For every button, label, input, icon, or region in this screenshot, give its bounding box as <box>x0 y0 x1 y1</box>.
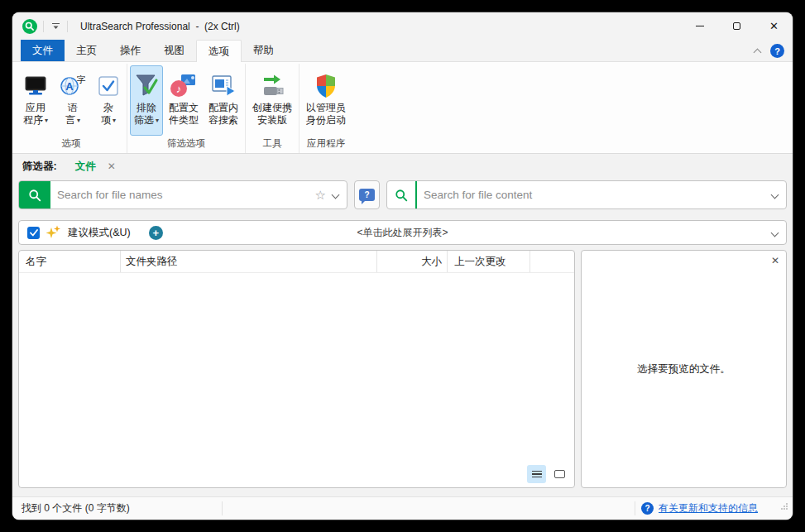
filter-bar: 筛选器: 文件 ✕ <box>12 155 793 178</box>
search-icon <box>27 188 42 203</box>
configure-file-types-button[interactable]: ♪ 配置文 件类型 <box>165 65 203 136</box>
view-mode-buttons <box>527 465 569 483</box>
ribbon-group-filter-options: 排除 筛选▾ ♪ 配置文 件类型 配置内 容搜索 <box>127 64 245 153</box>
chevron-down-icon[interactable] <box>771 228 779 237</box>
tab-file[interactable]: 文件 <box>21 40 65 62</box>
column-header-folder-path[interactable]: 文件夹路径 <box>121 251 377 272</box>
suggestion-mode-bar[interactable]: 建议模式(&U) + <单击此处展开列表> <box>18 220 787 245</box>
file-type-icon: ♪ <box>170 70 198 102</box>
content-search-icon <box>210 70 237 102</box>
update-help-icon: ? <box>641 502 654 515</box>
ribbon-group-label: 选项 <box>17 136 125 153</box>
sparkles-icon <box>46 225 61 240</box>
file-content-search <box>386 180 787 209</box>
chevron-down-icon[interactable] <box>771 191 779 199</box>
language-icon: A字 <box>59 70 87 102</box>
configure-content-search-button[interactable]: 配置内 容搜索 <box>204 65 242 136</box>
dropdown-arrow-icon: ▾ <box>77 114 80 127</box>
application-button[interactable]: 应用 程序▾ <box>18 65 53 136</box>
help-bubble-icon: ? <box>359 189 375 201</box>
misc-button[interactable]: 杂 项▾ <box>93 65 124 136</box>
update-info: ? 有关更新和支持的信息 <box>641 501 758 515</box>
checkbox-icon <box>97 70 120 102</box>
file-content-search-input[interactable] <box>417 189 770 201</box>
maximize-button[interactable] <box>718 12 755 40</box>
result-count-text: 找到 0 个文件 (0 字节数) <box>12 501 130 515</box>
preview-close-icon[interactable]: ✕ <box>771 255 779 266</box>
window-controls: ✕ <box>681 12 793 40</box>
results-list[interactable]: 名字 文件夹路径 大小 上一次更改 <box>18 250 575 488</box>
shield-icon <box>314 70 338 102</box>
resize-grip[interactable] <box>779 501 788 513</box>
ribbon-group-tools: 创建便携 安装版 工具 <box>245 64 299 153</box>
divider <box>635 501 635 515</box>
search-button[interactable] <box>19 181 50 208</box>
svg-text:字: 字 <box>77 74 86 84</box>
preview-panel: ✕ 选择要预览的文件。 <box>581 250 787 488</box>
preview-view-button[interactable] <box>550 465 569 483</box>
list-view-button[interactable] <box>527 465 546 483</box>
content-search-icon <box>394 188 409 203</box>
dropdown-arrow-icon: ▾ <box>113 114 116 127</box>
ribbon-group-label: 筛选选项 <box>129 136 243 153</box>
filter-tab-files[interactable]: 文件 <box>75 160 96 174</box>
search-help-button[interactable]: ? <box>354 180 380 209</box>
help-icon[interactable]: ? <box>770 44 784 58</box>
svg-text:♪: ♪ <box>176 83 182 95</box>
window-title: UltraSearch Professional - (2x Ctrl) <box>80 21 240 32</box>
results-table-header: 名字 文件夹路径 大小 上一次更改 <box>19 251 574 273</box>
monitor-icon <box>22 70 49 102</box>
expand-list-hint: <单击此处展开列表> <box>19 226 786 240</box>
dropdown-arrow-icon: ▾ <box>45 114 48 127</box>
app-window: UltraSearch Professional - (2x Ctrl) ✕ 文… <box>12 12 793 520</box>
divider <box>222 501 223 515</box>
file-name-search: ☆ <box>18 180 347 209</box>
create-portable-button[interactable]: 创建便携 安装版 <box>248 65 296 136</box>
chevron-down-icon[interactable] <box>332 191 340 199</box>
favorite-star-icon[interactable]: ☆ <box>315 188 326 203</box>
file-name-search-input[interactable] <box>50 189 314 201</box>
language-button[interactable]: A字 语 言▾ <box>55 65 91 136</box>
maximize-icon <box>733 22 740 30</box>
update-support-link[interactable]: 有关更新和支持的信息 <box>659 501 758 515</box>
dropdown-arrow-icon: ▾ <box>156 114 159 127</box>
exclude-filter-button[interactable]: 排除 筛选▾ <box>130 65 163 136</box>
titlebar: UltraSearch Professional - (2x Ctrl) ✕ <box>12 12 793 40</box>
tab-home[interactable]: 主页 <box>65 40 108 62</box>
preview-placeholder-text: 选择要预览的文件。 <box>582 362 786 376</box>
close-button[interactable]: ✕ <box>755 12 793 40</box>
collapse-ribbon-icon[interactable] <box>754 48 762 56</box>
filter-icon <box>134 70 159 102</box>
app-logo-icon <box>22 19 37 34</box>
tab-view[interactable]: 视图 <box>152 40 196 62</box>
tab-actions[interactable]: 操作 <box>108 40 152 62</box>
preview-view-icon <box>554 470 565 478</box>
divider <box>67 21 68 32</box>
filter-tab-close-icon[interactable]: ✕ <box>108 161 116 172</box>
column-header-size[interactable]: 大小 <box>377 251 448 272</box>
ribbon-group-label: 工具 <box>247 136 297 153</box>
divider <box>43 21 44 32</box>
quick-access-dropdown-icon[interactable] <box>50 20 61 33</box>
main-area: 名字 文件夹路径 大小 上一次更改 ✕ 选择要预览的文件。 <box>18 250 787 488</box>
tabrow-right-controls: ? <box>755 40 793 62</box>
ribbon: 应用 程序▾ A字 语 言▾ 杂 项▾ 选项 <box>12 61 793 154</box>
status-bar: 找到 0 个文件 (0 字节数) ? 有关更新和支持的信息 <box>12 496 793 520</box>
column-header-spacer <box>530 251 574 272</box>
minimize-button[interactable] <box>681 12 718 40</box>
add-filter-button[interactable]: + <box>149 226 163 240</box>
list-view-icon <box>532 471 542 478</box>
ribbon-tab-bar: 文件 主页 操作 视图 选项 帮助 ? <box>12 40 793 62</box>
suggestion-mode-label: 建议模式(&U) <box>68 226 131 240</box>
minimize-icon <box>696 26 704 26</box>
tab-help[interactable]: 帮助 <box>242 40 285 62</box>
tab-options[interactable]: 选项 <box>196 40 242 62</box>
ribbon-group-application: 以管理员 身份启动 应用程序 <box>299 64 352 153</box>
column-header-name[interactable]: 名字 <box>19 251 121 272</box>
usb-icon <box>257 70 287 102</box>
run-as-admin-button[interactable]: 以管理员 身份启动 <box>302 65 350 136</box>
ribbon-group-label: 应用程序 <box>301 136 351 153</box>
column-header-last-modified[interactable]: 上一次更改 <box>448 251 530 272</box>
svg-text:A: A <box>65 80 74 93</box>
suggestion-mode-checkbox[interactable] <box>27 227 40 239</box>
